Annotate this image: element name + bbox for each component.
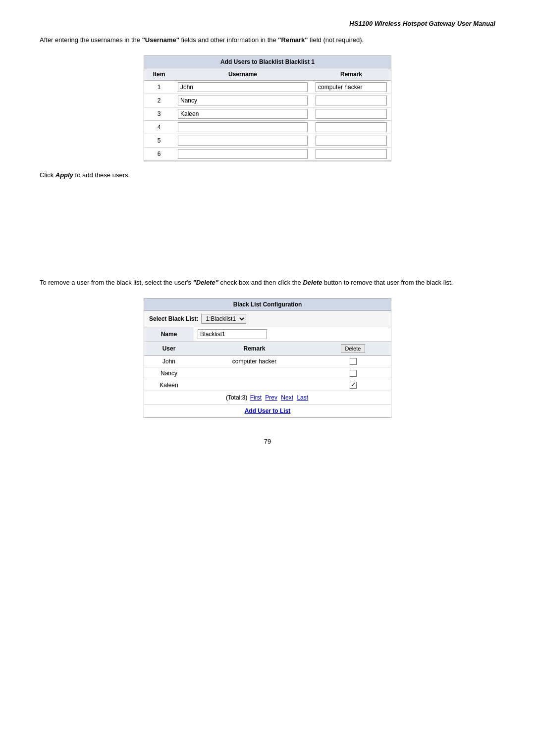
checkbox-kaleen[interactable] xyxy=(350,382,357,389)
delete-checkbox-nancy[interactable] xyxy=(315,367,391,379)
page-number: 79 xyxy=(40,438,495,445)
blacklist-table: Name User Remark Delete John computer ha… xyxy=(144,327,391,391)
delete-button[interactable]: Delete xyxy=(341,344,366,353)
remark-cell-4[interactable] xyxy=(312,120,391,134)
add-user-to-list-link[interactable]: Add User to List xyxy=(245,407,291,414)
select-black-list-label: Select Black List: xyxy=(149,315,198,322)
remark-input-2[interactable] xyxy=(316,96,387,105)
pagination-prev[interactable]: Prev xyxy=(265,394,277,401)
add-users-table: Item Username Remark 1 2 3 xyxy=(144,68,391,161)
blacklist-col-headers: User Remark Delete xyxy=(144,341,391,355)
pagination-total: (Total:3) xyxy=(226,394,247,401)
intro-text: After entering the usernames in the "Use… xyxy=(40,35,495,46)
item-cell-6: 6 xyxy=(144,147,174,160)
remark-input-3[interactable] xyxy=(316,109,387,119)
remark-cell-5[interactable] xyxy=(312,134,391,147)
item-cell-1: 1 xyxy=(144,80,174,94)
col-header-remark: Remark xyxy=(312,68,391,81)
username-cell-5[interactable] xyxy=(174,134,312,147)
remark-input-4[interactable] xyxy=(316,122,387,132)
remark-cell-john: computer hacker xyxy=(194,355,315,367)
select-black-list-dropdown[interactable]: 1:Blacklist1 xyxy=(201,314,246,324)
name-row-tr: Name xyxy=(144,327,391,342)
username-cell-2[interactable] xyxy=(174,94,312,107)
username-cell-3[interactable] xyxy=(174,107,312,120)
table-row: John computer hacker xyxy=(144,355,391,367)
username-input-1[interactable] xyxy=(178,82,308,92)
remark-cell-6[interactable] xyxy=(312,147,391,160)
remark-cell-2[interactable] xyxy=(312,94,391,107)
username-cell-1[interactable] xyxy=(174,80,312,94)
remark-cell-1[interactable] xyxy=(312,80,391,94)
table-row: 2 xyxy=(144,94,391,107)
table-row: 3 xyxy=(144,107,391,120)
item-cell-5: 5 xyxy=(144,134,174,147)
remark-cell-nancy xyxy=(194,367,315,379)
header-title: HS1100 Wireless Hotspot Gateway User Man… xyxy=(349,20,495,27)
blacklist-config-container: Black List Configuration Select Black Li… xyxy=(144,298,391,418)
remark-input-6[interactable] xyxy=(316,149,387,159)
username-cell-6[interactable] xyxy=(174,147,312,160)
name-label: Name xyxy=(144,327,194,342)
item-cell-4: 4 xyxy=(144,120,174,134)
username-input-5[interactable] xyxy=(178,136,308,146)
select-black-list-row: Select Black List: 1:Blacklist1 xyxy=(144,311,391,327)
add-users-table-title: Add Users to Blacklist Blacklist 1 xyxy=(144,56,391,68)
pagination-row: (Total:3) First Prev Next Last xyxy=(144,391,391,404)
table-row: 4 xyxy=(144,120,391,134)
click-apply-text: Click Apply to add these users. xyxy=(40,171,495,179)
item-cell-3: 3 xyxy=(144,107,174,120)
pagination-first[interactable]: First xyxy=(250,394,262,401)
col-header-user: User xyxy=(144,341,194,355)
user-cell-kaleen: Kaleen xyxy=(144,379,194,391)
add-users-table-container: Add Users to Blacklist Blacklist 1 Item … xyxy=(144,55,391,161)
table-row: 1 xyxy=(144,80,391,94)
checkbox-john[interactable] xyxy=(350,358,357,365)
item-cell-2: 2 xyxy=(144,94,174,107)
remark-cell-3[interactable] xyxy=(312,107,391,120)
username-input-2[interactable] xyxy=(178,96,308,105)
page-header: HS1100 Wireless Hotspot Gateway User Man… xyxy=(40,20,495,27)
username-input-4[interactable] xyxy=(178,122,308,132)
table-row: 5 xyxy=(144,134,391,147)
username-input-6[interactable] xyxy=(178,149,308,159)
blacklist-config-title: Black List Configuration xyxy=(144,299,391,311)
name-input[interactable] xyxy=(198,329,267,339)
table-row: 6 xyxy=(144,147,391,160)
username-cell-4[interactable] xyxy=(174,120,312,134)
col-header-remark-bl: Remark xyxy=(194,341,315,355)
delete-checkbox-kaleen[interactable] xyxy=(315,379,391,391)
remark-input-1[interactable] xyxy=(316,82,387,92)
pagination-last[interactable]: Last xyxy=(297,394,308,401)
col-header-item: Item xyxy=(144,68,174,81)
checkbox-nancy[interactable] xyxy=(350,370,357,377)
table-row: Kaleen xyxy=(144,379,391,391)
user-cell-john: John xyxy=(144,355,194,367)
pagination-next[interactable]: Next xyxy=(281,394,293,401)
table-row: Nancy xyxy=(144,367,391,379)
delete-checkbox-john[interactable] xyxy=(315,355,391,367)
name-value-cell xyxy=(194,327,391,342)
user-cell-nancy: Nancy xyxy=(144,367,194,379)
add-user-link-row: Add User to List xyxy=(144,404,391,417)
col-header-username: Username xyxy=(174,68,312,81)
username-input-3[interactable] xyxy=(178,109,308,119)
remove-text: To remove a user from the black list, se… xyxy=(40,278,495,288)
col-header-delete: Delete xyxy=(315,341,391,355)
remark-input-5[interactable] xyxy=(316,136,387,146)
remark-cell-kaleen xyxy=(194,379,315,391)
